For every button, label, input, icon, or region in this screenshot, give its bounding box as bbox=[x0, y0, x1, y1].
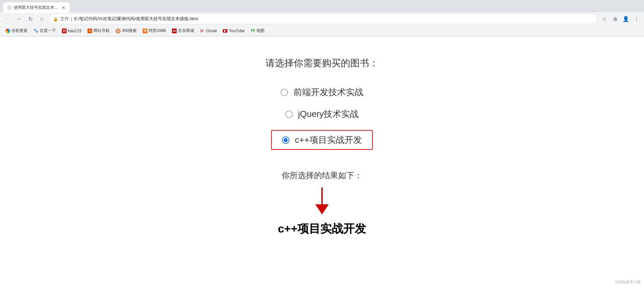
bookmark-label: 阿里1688 bbox=[149, 28, 166, 34]
gmail-icon: M bbox=[200, 29, 205, 33]
bookmark-label: 京东商城 bbox=[178, 28, 194, 34]
bookmark-label: YouTube bbox=[229, 29, 245, 33]
bookmark-youtube[interactable]: YouTube bbox=[220, 28, 247, 34]
active-tab[interactable]: 使用双大括号实现文本插值.html ✕ bbox=[3, 2, 70, 13]
bookmarks-bar: 谷歌更新 🐾 百度一下 好 hao123 导 网址导航 O 360搜索 阿 阿里… bbox=[0, 26, 644, 36]
svg-marker-2 bbox=[315, 204, 329, 214]
tab-favicon bbox=[7, 5, 12, 10]
radio-item-3[interactable]: c++项目实战开发 bbox=[271, 130, 372, 150]
bookmark-label: 地图 bbox=[256, 28, 264, 34]
security-icon: 🔒 bbox=[53, 16, 58, 22]
bookmark-label: 网址导航 bbox=[94, 28, 110, 34]
hao123-icon: 好 bbox=[62, 29, 67, 33]
bookmark-icon[interactable]: ☆ bbox=[600, 14, 609, 24]
result-label: 你所选择的结果如下： bbox=[282, 170, 362, 181]
ali-icon: 阿 bbox=[143, 29, 147, 33]
map-icon: 🗺 bbox=[251, 28, 255, 33]
zoom-icon[interactable]: ⊕ bbox=[610, 14, 620, 24]
svg-point-0 bbox=[7, 5, 12, 10]
bookmark-jd[interactable]: JD 京东商城 bbox=[169, 27, 197, 35]
bookmark-label: 360搜索 bbox=[122, 28, 137, 34]
result-section: 你所选择的结果如下： c++项目实战开发 bbox=[278, 170, 366, 237]
bookmark-google-update[interactable]: 谷歌更新 bbox=[3, 27, 30, 35]
bookmark-label: Gmail bbox=[206, 29, 217, 33]
jd-icon: JD bbox=[172, 29, 177, 33]
forward-button[interactable]: → bbox=[14, 14, 24, 24]
result-value: c++项目实战开发 bbox=[278, 221, 366, 237]
menu-icon[interactable]: ⋮ bbox=[632, 14, 641, 24]
bookmark-map[interactable]: 🗺 地图 bbox=[248, 27, 267, 35]
bookmark-wangzhi[interactable]: 导 网址导航 bbox=[85, 27, 112, 35]
radio-item-2[interactable]: jQuery技术实战 bbox=[285, 108, 359, 120]
watermark: CSDN@李小顺 bbox=[615, 280, 641, 285]
reload-button[interactable]: ↻ bbox=[26, 14, 35, 24]
bookmark-label: 谷歌更新 bbox=[11, 28, 28, 34]
address-bar[interactable]: 🔒 文件 | E:/笔记代码/VUE笔记/案例代码/使用双大括号实现文本插值.h… bbox=[48, 13, 598, 24]
bookmark-label: hao123 bbox=[68, 29, 81, 33]
tab-close-icon[interactable]: ✕ bbox=[62, 5, 66, 10]
radio-item-1[interactable]: 前端开发技术实战 bbox=[281, 86, 363, 98]
address-separator: | bbox=[71, 16, 72, 22]
radio-label-3: c++项目实战开发 bbox=[295, 134, 362, 146]
account-icon[interactable]: 👤 bbox=[621, 14, 631, 24]
bookmark-label: 百度一下 bbox=[40, 28, 56, 34]
radio-label-1: 前端开发技术实战 bbox=[293, 86, 363, 98]
bookmark-ali1688[interactable]: 阿 阿里1688 bbox=[140, 27, 169, 35]
baidu-icon: 🐾 bbox=[34, 29, 38, 33]
360-icon: O bbox=[116, 29, 120, 33]
radio-circle-3 bbox=[282, 136, 289, 144]
browser-chrome: 使用双大括号实现文本插值.html ✕ ← → ↻ ⌂ 🔒 文件 | E:/笔记… bbox=[0, 0, 644, 37]
bookmark-hao123[interactable]: 好 hao123 bbox=[59, 28, 84, 34]
bookmark-baidu[interactable]: 🐾 百度一下 bbox=[31, 27, 59, 35]
home-button[interactable]: ⌂ bbox=[37, 14, 46, 24]
red-arrow-icon bbox=[312, 188, 332, 214]
google-g-icon bbox=[5, 29, 10, 33]
back-button[interactable]: ← bbox=[3, 14, 12, 24]
toolbar-icons: ☆ ⊕ 👤 ⋮ bbox=[600, 14, 641, 24]
youtube-icon bbox=[223, 29, 227, 33]
bookmark-gmail[interactable]: M Gmail bbox=[198, 28, 219, 34]
radio-label-2: jQuery技术实战 bbox=[298, 108, 359, 120]
radio-list: 前端开发技术实战 jQuery技术实战 c++项目实战开发 bbox=[271, 86, 372, 150]
radio-circle-1 bbox=[281, 89, 288, 96]
radio-circle-2 bbox=[285, 111, 293, 118]
tab-bar: 使用双大括号实现文本插值.html ✕ bbox=[0, 0, 644, 12]
tab-title: 使用双大括号实现文本插值.html bbox=[14, 5, 58, 10]
page-content: 请选择你需要购买的图书： 前端开发技术实战 jQuery技术实战 c++项目实战… bbox=[0, 37, 644, 288]
nav-row: ← → ↻ ⌂ 🔒 文件 | E:/笔记代码/VUE笔记/案例代码/使用双大括号… bbox=[0, 12, 644, 26]
address-prefix: 文件 bbox=[60, 16, 69, 22]
bookmark-360[interactable]: O 360搜索 bbox=[113, 27, 139, 35]
arrow-container bbox=[312, 188, 332, 214]
wangzhi-icon: 导 bbox=[87, 29, 92, 33]
page-title: 请选择你需要购买的图书： bbox=[265, 57, 379, 70]
address-text: E:/笔记代码/VUE笔记/案例代码/使用双大括号实现文本插值.html bbox=[74, 16, 198, 22]
